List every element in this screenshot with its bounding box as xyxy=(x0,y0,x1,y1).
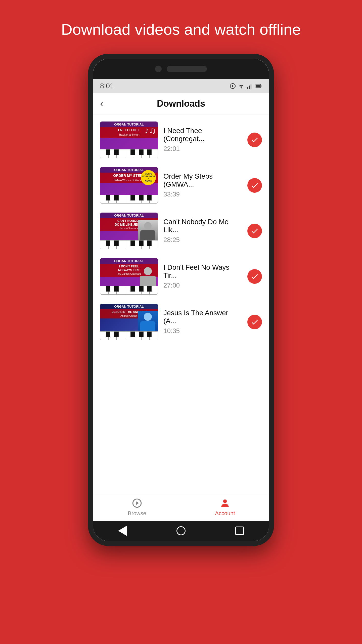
list-item[interactable]: Organ Tutorial JESUS IS THE ANSWERAndrae… xyxy=(93,299,269,345)
content-spacer xyxy=(93,420,269,493)
phone-shell: 8:01 xyxy=(88,54,274,546)
svg-rect-5 xyxy=(250,84,252,89)
download-check-icon xyxy=(247,178,262,193)
video-title: Order My Steps (GMWA... xyxy=(163,172,242,188)
system-recent-button[interactable] xyxy=(235,526,245,536)
video-title: Can't Nobody Do Me Lik... xyxy=(163,218,242,234)
list-item[interactable]: Organ Tutorial CAN'T NOBODYDO ME LIKE JE… xyxy=(93,208,269,254)
svg-rect-4 xyxy=(249,86,250,89)
list-item[interactable]: Organ Tutorial I NEED THEETraditional Hy… xyxy=(93,117,269,163)
video-thumbnail: Organ Tutorial ORDER MY STEPSGMWA Women … xyxy=(100,167,158,204)
status-icons xyxy=(230,83,262,89)
svg-rect-8 xyxy=(256,85,260,88)
svg-point-11 xyxy=(223,499,227,503)
phone-nav-bar xyxy=(93,521,269,541)
gmwa-badge: MUSICWORKSHOP✝GMWA xyxy=(141,170,156,185)
download-check-icon xyxy=(247,133,262,147)
download-check-icon xyxy=(247,269,262,284)
video-title: I Need Thee (Congregat... xyxy=(163,127,242,143)
video-title: I Don't Feel No Ways Tir... xyxy=(163,263,242,279)
svg-marker-10 xyxy=(136,501,139,505)
thumb-label: Organ Tutorial xyxy=(100,304,158,309)
thumb-label: Organ Tutorial xyxy=(100,213,158,218)
svg-point-2 xyxy=(241,88,242,89)
toolbar: ‹ Downloads xyxy=(93,93,269,114)
nav-item-browse[interactable]: Browse xyxy=(93,493,181,521)
download-check-icon xyxy=(247,315,262,329)
nav-item-account[interactable]: Account xyxy=(181,493,269,521)
list-item[interactable]: Organ Tutorial ORDER MY STEPSGMWA Women … xyxy=(93,163,269,208)
video-duration: 28:25 xyxy=(163,236,242,244)
nav-label-account: Account xyxy=(215,510,235,517)
speaker xyxy=(167,66,207,72)
system-back-button[interactable] xyxy=(117,526,127,536)
video-info: Can't Nobody Do Me Lik... 28:25 xyxy=(163,218,242,244)
media-icon xyxy=(230,83,236,89)
page-headline: Download videos and watch offline xyxy=(36,20,326,39)
video-info: I Don't Feel No Ways Tir... 27:00 xyxy=(163,263,242,289)
svg-rect-3 xyxy=(247,87,248,89)
svg-marker-1 xyxy=(232,85,234,87)
video-list: Organ Tutorial I NEED THEETraditional Hy… xyxy=(93,114,269,420)
browse-icon xyxy=(131,498,143,509)
download-check-icon xyxy=(247,224,262,238)
account-icon xyxy=(219,498,231,509)
video-thumbnail: Organ Tutorial I NEED THEETraditional Hy… xyxy=(100,122,158,158)
video-info: Jesus Is The Answer (A... 10:35 xyxy=(163,309,242,335)
svg-rect-7 xyxy=(261,85,261,87)
signal-icon xyxy=(247,83,253,89)
bottom-nav: Browse Account xyxy=(93,493,269,521)
video-duration: 22:01 xyxy=(163,145,242,153)
list-item[interactable]: Organ Tutorial I DON'T FEELNO WAYS TIRER… xyxy=(93,254,269,299)
video-info: Order My Steps (GMWA... 33:39 xyxy=(163,172,242,198)
video-thumbnail: Organ Tutorial I DON'T FEELNO WAYS TIRER… xyxy=(100,258,158,295)
phone-top-notch xyxy=(93,59,269,79)
app-content: ‹ Downloads Organ Tutorial I NEED THEETr… xyxy=(93,93,269,521)
status-bar: 8:01 xyxy=(93,79,269,93)
back-button[interactable]: ‹ xyxy=(100,99,103,108)
battery-icon xyxy=(255,83,262,89)
nav-label-browse: Browse xyxy=(128,510,146,517)
toolbar-title: Downloads xyxy=(157,98,205,109)
system-home-button[interactable] xyxy=(176,526,186,536)
video-duration: 10:35 xyxy=(163,327,242,335)
video-duration: 33:39 xyxy=(163,190,242,198)
thumb-label: Organ Tutorial xyxy=(100,258,158,264)
video-title: Jesus Is The Answer (A... xyxy=(163,309,242,325)
video-thumbnail: Organ Tutorial CAN'T NOBODYDO ME LIKE JE… xyxy=(100,213,158,249)
camera xyxy=(155,66,162,72)
status-time: 8:01 xyxy=(100,82,114,90)
video-duration: 27:00 xyxy=(163,281,242,289)
wifi-icon xyxy=(238,83,245,89)
video-thumbnail: Organ Tutorial JESUS IS THE ANSWERAndrae… xyxy=(100,304,158,340)
video-info: I Need Thee (Congregat... 22:01 xyxy=(163,127,242,153)
